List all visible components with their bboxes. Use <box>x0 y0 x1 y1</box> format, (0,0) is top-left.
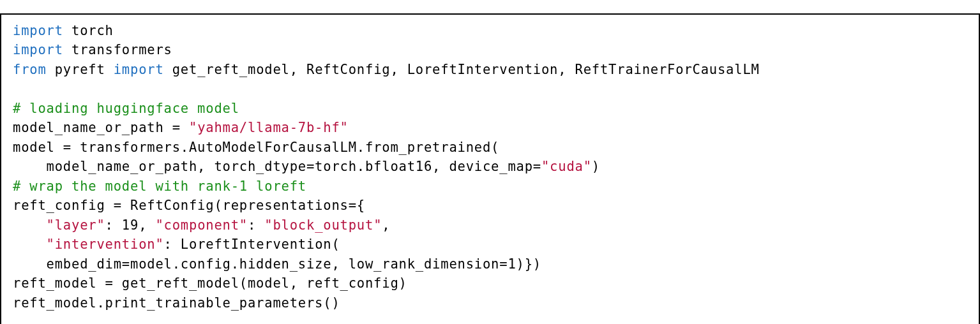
code-token <box>13 237 47 252</box>
code-token: "layer" <box>47 217 105 233</box>
code-content: import torch import transformers from py… <box>13 23 760 311</box>
code-block: import torch import transformers from py… <box>0 13 980 325</box>
code-token: : LoreftIntervention( <box>164 237 340 252</box>
code-token: , <box>382 217 390 233</box>
code-token: : 19, <box>105 217 156 233</box>
code-token: # wrap the model with rank-1 loreft <box>13 179 306 194</box>
code-token: "yahma/llama-7b-hf" <box>189 120 349 135</box>
code-token: model = transformers.AutoModelForCausalL… <box>13 140 499 155</box>
code-token: "component" <box>155 217 248 233</box>
code-token: torch <box>63 23 114 38</box>
code-token: reft_model.print_trainable_parameters() <box>13 295 340 311</box>
code-token: "block_output" <box>264 217 382 233</box>
code-token: model_name_or_path, torch_dtype=torch.bf… <box>13 159 541 174</box>
code-token: pyreft <box>47 62 114 77</box>
code-token: get_reft_model, ReftConfig, LoreftInterv… <box>164 62 760 77</box>
code-token: ) <box>592 159 600 174</box>
code-token: import <box>13 42 63 57</box>
code-token: model_name_or_path = <box>13 120 189 135</box>
code-token <box>13 217 47 233</box>
code-token: import <box>114 62 164 77</box>
code-token: reft_config = ReftConfig(representations… <box>13 198 365 213</box>
code-token: embed_dim=model.config.hidden_size, low_… <box>13 256 541 272</box>
code-token: import <box>13 23 63 38</box>
code-token: transformers <box>63 42 172 57</box>
code-token: from <box>13 62 47 77</box>
code-token: "cuda" <box>541 159 592 174</box>
code-token: reft_model = get_reft_model(model, reft_… <box>13 276 407 291</box>
code-token: : <box>248 217 264 233</box>
code-token: "intervention" <box>47 237 164 252</box>
code-token: # loading huggingface model <box>13 101 239 116</box>
